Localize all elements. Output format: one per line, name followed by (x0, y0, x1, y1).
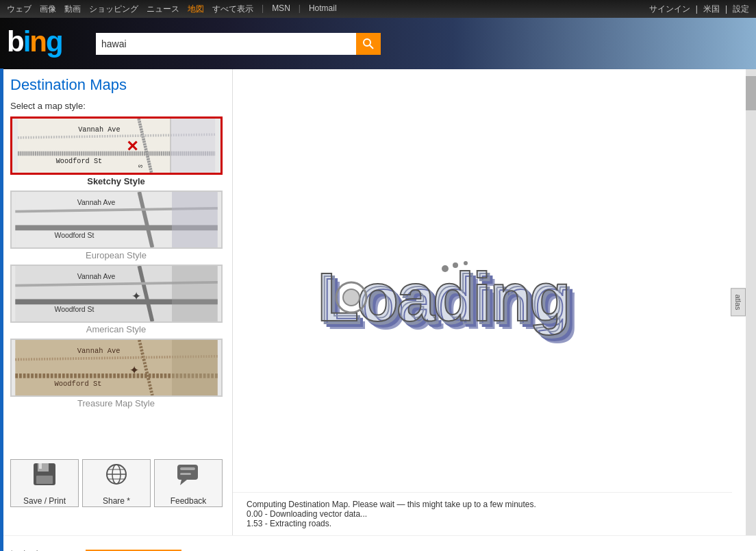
svg-text:✕: ✕ (126, 138, 138, 155)
svg-rect-53 (180, 467, 195, 470)
svg-rect-44 (39, 463, 42, 469)
top-nav-right-links: サインイン | 米国 | 設定 (649, 3, 749, 15)
page-title: Destination Maps (10, 76, 222, 94)
american-label: American Style (10, 324, 222, 334)
nav-settings[interactable]: 設定 (733, 3, 749, 15)
nav-signin[interactable]: サインイン (649, 3, 690, 15)
svg-rect-6 (171, 119, 215, 173)
top-navigation: ウェブ 画像 動画 ショッピング ニュース 地図 すべて表示 | MSN | H… (0, 0, 756, 18)
treasure-label: Treasure Map Style (10, 398, 222, 408)
nav-div1: | (262, 3, 264, 15)
nav-all[interactable]: すべて表示 (212, 3, 253, 15)
share-label: Share * (103, 496, 130, 506)
feedback-label: Feedback (171, 496, 207, 506)
svg-marker-52 (180, 480, 187, 485)
nav-region[interactable]: 米国 (703, 3, 720, 15)
nav-msn[interactable]: MSN (272, 3, 290, 15)
action-buttons-row: Save / Print Share * Feedback (10, 459, 223, 507)
nav-map[interactable]: 地図 (188, 3, 204, 15)
nav-video[interactable]: 動画 (64, 3, 81, 15)
european-label: European Style (10, 250, 222, 260)
feedback-button[interactable]: Feedback (154, 459, 223, 507)
svg-point-41 (464, 261, 468, 265)
svg-rect-51 (177, 465, 198, 480)
svg-text:Vannah Ave: Vannah Ave (78, 125, 120, 134)
feedback-icon (175, 461, 202, 493)
search-bar (96, 33, 381, 55)
bottom-area: * uploads your map to an anonymous inter… (0, 535, 756, 551)
share-icon (103, 461, 130, 493)
svg-rect-23 (172, 266, 218, 321)
sketchy-label: Sketchy Style (10, 176, 222, 186)
svg-text:Vannah Ave: Vannah Ave (77, 347, 121, 355)
upload-note: * uploads your map to an anonymous inter… (10, 548, 79, 551)
map-style-sketchy[interactable]: Vannah Ave Woodford St S ✕ Sketchy Style (10, 117, 222, 186)
status-line2: 0.00 - Downloading vector data... (247, 509, 718, 519)
svg-text:Vannah Ave: Vannah Ave (77, 199, 116, 206)
nav-image[interactable]: 画像 (40, 3, 56, 15)
status-line1: Computing Destination Map. Please wait —… (247, 500, 718, 509)
scrollbar[interactable] (746, 69, 756, 535)
svg-text:Woodford St: Woodford St (56, 157, 102, 165)
svg-text:Vannah Ave: Vannah Ave (77, 273, 116, 280)
status-line3: 1.53 - Extracting roads. (247, 519, 718, 528)
bing-logo-text: bing (7, 25, 62, 58)
bottom-left-col: * uploads your map to an anonymous inter… (10, 543, 92, 551)
svg-point-0 (364, 39, 370, 46)
nav-div3: | (696, 4, 698, 14)
nav-div2: | (299, 3, 301, 15)
svg-rect-54 (180, 473, 191, 475)
svg-point-40 (453, 262, 458, 268)
sketchy-thumbnail: Vannah Ave Woodford St S ✕ (10, 117, 223, 175)
search-icon (362, 38, 375, 50)
map-style-label: Select a map style: (10, 101, 222, 111)
svg-line-1 (370, 45, 373, 49)
save-icon (31, 461, 58, 493)
map-style-treasure[interactable]: Vannah Ave Woodford St ✦ Treasure Map St… (10, 339, 222, 408)
search-button[interactable] (356, 33, 381, 55)
nav-hotmail[interactable]: Hotmail (309, 3, 337, 15)
svg-text:✦: ✦ (129, 363, 139, 377)
treasure-thumbnail: Vannah Ave Woodford St ✦ (10, 339, 223, 397)
map-style-american[interactable]: Vannah Ave Woodford St ✦ American Style (10, 265, 222, 334)
scroll-thumb[interactable] (746, 76, 756, 110)
share-button[interactable]: Share * (82, 459, 151, 507)
svg-point-38 (343, 289, 360, 306)
svg-text:Woodford St: Woodford St (54, 306, 94, 313)
save-print-button[interactable]: Save / Print (10, 459, 79, 507)
top-nav-links: ウェブ 画像 動画 ショッピング ニュース 地図 すべて表示 | MSN | H… (7, 3, 649, 15)
atlas-tab[interactable]: atlas (731, 288, 746, 316)
svg-text:Woodford St: Woodford St (54, 380, 101, 388)
american-thumbnail: Vannah Ave Woodford St ✦ (10, 265, 223, 323)
svg-text:✦: ✦ (131, 289, 141, 303)
map-style-european[interactable]: Vannah Ave Woodford St European Style (10, 191, 222, 260)
nav-news[interactable]: ニュース (147, 3, 179, 15)
header: bing (0, 18, 756, 69)
content-area: Loading Loading atlas Computing Destinat… (233, 69, 746, 535)
logo: bing (7, 21, 89, 62)
svg-point-39 (442, 265, 449, 272)
svg-rect-45 (36, 476, 53, 484)
loading-graphic: Loading Loading (312, 248, 668, 357)
search-input[interactable] (96, 33, 356, 55)
save-label: Save / Print (23, 496, 66, 506)
nav-web[interactable]: ウェブ (7, 3, 32, 15)
loading-container: Loading Loading (312, 83, 668, 522)
bottom-middle-col: Back to Bing Maps (92, 543, 175, 551)
svg-text:Woodford St: Woodford St (54, 232, 94, 239)
european-thumbnail: Vannah Ave Woodford St (10, 191, 223, 249)
nav-shopping[interactable]: ショッピング (89, 3, 138, 15)
nav-div4: | (725, 4, 727, 14)
svg-rect-31 (172, 340, 218, 395)
svg-rect-16 (172, 192, 218, 247)
